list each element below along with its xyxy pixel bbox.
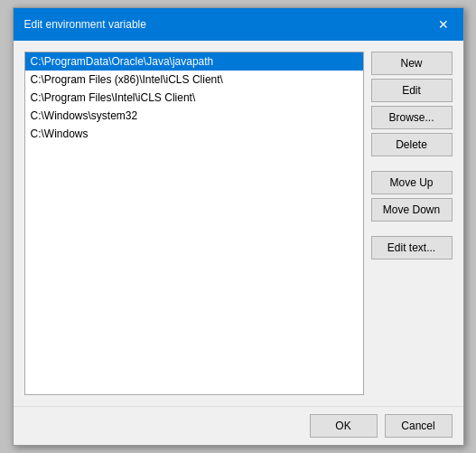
ok-button[interactable]: OK: [310, 414, 378, 438]
dialog-content: C:\ProgramData\Oracle\Java\javapathC:\Pr…: [14, 41, 463, 406]
dialog-footer: OK Cancel: [14, 406, 463, 445]
list-item[interactable]: C:\Program Files\Intel\iCLS Client\: [25, 89, 363, 107]
new-button[interactable]: New: [371, 52, 453, 75]
edit-text-button[interactable]: Edit text...: [371, 236, 453, 260]
list-item[interactable]: C:\Program Files (x86)\Intel\iCLS Client…: [25, 71, 363, 89]
spacer-1: [371, 160, 453, 167]
cancel-button[interactable]: Cancel: [385, 414, 453, 438]
edit-button[interactable]: Edit: [371, 79, 453, 102]
title-bar: Edit environment variable ✕: [14, 8, 463, 41]
move-down-button[interactable]: Move Down: [371, 198, 453, 222]
delete-button[interactable]: Delete: [371, 133, 453, 156]
browse-button[interactable]: Browse...: [371, 106, 453, 129]
list-item[interactable]: C:\ProgramData\Oracle\Java\javapath: [25, 52, 363, 71]
list-item[interactable]: C:\Windows\system32: [25, 107, 363, 125]
spacer-2: [371, 225, 453, 232]
close-button[interactable]: ✕: [434, 15, 453, 33]
buttons-panel: New Edit Browse... Delete Move Up Move D…: [371, 52, 453, 395]
dialog-title: Edit environment variable: [24, 18, 146, 31]
list-item[interactable]: C:\Windows: [25, 125, 363, 143]
edit-env-variable-dialog: Edit environment variable ✕ C:\ProgramDa…: [13, 7, 464, 446]
move-up-button[interactable]: Move Up: [371, 171, 453, 194]
env-variable-list[interactable]: C:\ProgramData\Oracle\Java\javapathC:\Pr…: [24, 52, 364, 395]
